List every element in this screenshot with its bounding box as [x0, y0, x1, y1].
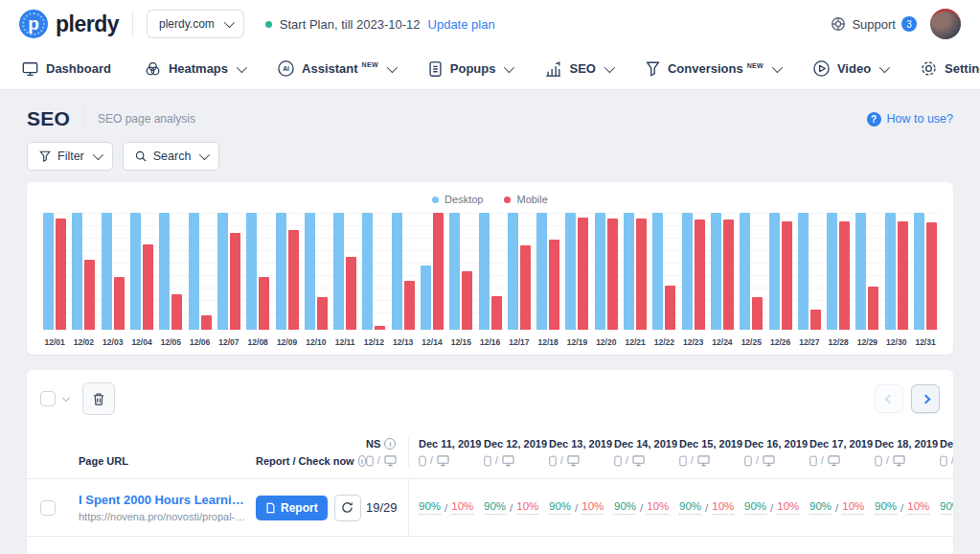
select-all-checkbox[interactable]: [40, 391, 56, 406]
bar-mobile[interactable]: [752, 297, 763, 330]
bar-mobile[interactable]: [288, 230, 299, 330]
bar-mobile[interactable]: [346, 257, 356, 330]
legend-item-mobile[interactable]: Mobile: [504, 194, 547, 205]
desktop-percent[interactable]: 90%: [809, 500, 832, 515]
desktop-percent[interactable]: 90%: [614, 500, 636, 515]
bar-desktop[interactable]: [682, 213, 693, 330]
user-avatar[interactable]: [930, 9, 961, 39]
bar-desktop[interactable]: [362, 213, 373, 330]
bar-mobile[interactable]: [171, 294, 182, 330]
bar-desktop[interactable]: [624, 213, 634, 330]
report-button[interactable]: Report: [256, 496, 328, 520]
bar-desktop[interactable]: [855, 213, 866, 330]
bar-mobile[interactable]: [114, 277, 125, 330]
bar-mobile[interactable]: [404, 281, 415, 330]
nav-item-heatmaps[interactable]: Heatmaps: [144, 60, 244, 78]
bar-mobile[interactable]: [665, 286, 675, 330]
bar-mobile[interactable]: [695, 219, 705, 330]
desktop-percent[interactable]: 90%: [419, 500, 441, 515]
bar-desktop[interactable]: [827, 213, 837, 330]
support-button[interactable]: Support 3: [831, 16, 917, 32]
mobile-percent[interactable]: 10%: [842, 500, 864, 515]
bar-desktop[interactable]: [536, 213, 547, 330]
bar-mobile[interactable]: [723, 219, 734, 330]
info-icon[interactable]: i: [384, 438, 396, 450]
bar-mobile[interactable]: [201, 315, 212, 330]
bar-desktop[interactable]: [130, 213, 141, 330]
desktop-percent[interactable]: 90%: [875, 500, 897, 515]
bar-mobile[interactable]: [84, 260, 95, 330]
bar-mobile[interactable]: [143, 244, 153, 330]
bar-desktop[interactable]: [479, 213, 490, 330]
nav-item-video[interactable]: Video: [812, 59, 887, 78]
bar-desktop[interactable]: [189, 213, 199, 330]
how-to-use-link[interactable]: ? How to use?: [867, 112, 953, 127]
bar-mobile[interactable]: [462, 271, 472, 330]
domain-selector[interactable]: plerdy.com: [147, 10, 244, 38]
bar-mobile[interactable]: [868, 287, 878, 330]
info-icon[interactable]: i: [358, 455, 366, 467]
bar-desktop[interactable]: [421, 265, 431, 330]
nav-item-assistant[interactable]: AI Assistant NEW: [277, 59, 395, 78]
desktop-percent[interactable]: 90%: [549, 500, 571, 515]
bar-desktop[interactable]: [305, 213, 315, 330]
bar-desktop[interactable]: [449, 213, 460, 330]
prev-page-button[interactable]: [875, 384, 903, 413]
legend-item-desktop[interactable]: Desktop: [432, 194, 483, 205]
bar-mobile[interactable]: [607, 219, 618, 330]
nav-item-popups[interactable]: Popups: [427, 60, 513, 78]
nav-item-seo[interactable]: SEO: [544, 60, 611, 78]
search-button[interactable]: Search: [123, 142, 220, 171]
row-checkbox[interactable]: [40, 500, 56, 516]
bar-mobile[interactable]: [491, 296, 502, 330]
refresh-button[interactable]: [334, 495, 361, 521]
bar-desktop[interactable]: [885, 213, 896, 330]
bar-desktop[interactable]: [914, 213, 924, 330]
bar-mobile[interactable]: [230, 233, 240, 330]
desktop-percent[interactable]: 90%: [484, 500, 506, 515]
update-plan-link[interactable]: Update plan: [428, 17, 495, 32]
bar-desktop[interactable]: [565, 213, 576, 330]
mobile-percent[interactable]: 10%: [907, 500, 929, 515]
next-page-button[interactable]: [911, 384, 940, 413]
bar-desktop[interactable]: [392, 213, 402, 330]
bar-mobile[interactable]: [56, 219, 66, 330]
desktop-percent[interactable]: 90%: [679, 500, 701, 515]
mobile-percent[interactable]: 10%: [581, 500, 604, 515]
bar-desktop[interactable]: [159, 213, 170, 330]
mobile-percent[interactable]: 10%: [451, 500, 473, 515]
bar-mobile[interactable]: [520, 245, 531, 330]
bar-mobile[interactable]: [317, 297, 328, 330]
bar-desktop[interactable]: [711, 213, 721, 330]
bar-desktop[interactable]: [43, 213, 54, 330]
bar-mobile[interactable]: [926, 222, 937, 330]
mobile-percent[interactable]: 10%: [516, 500, 538, 515]
select-dropdown-icon[interactable]: [62, 393, 70, 401]
bar-mobile[interactable]: [578, 218, 588, 330]
bar-desktop[interactable]: [72, 213, 82, 330]
filter-button[interactable]: Filter: [27, 142, 113, 171]
bar-desktop[interactable]: [769, 213, 780, 330]
mobile-percent[interactable]: 10%: [712, 500, 734, 515]
bar-desktop[interactable]: [102, 213, 112, 330]
bar-desktop[interactable]: [652, 213, 663, 330]
desktop-percent[interactable]: 90%: [744, 500, 766, 515]
bar-mobile[interactable]: [898, 221, 908, 330]
plerdy-logo[interactable]: p plerdy: [19, 10, 119, 38]
delete-button[interactable]: [82, 382, 115, 415]
bar-desktop[interactable]: [276, 213, 286, 330]
mobile-percent[interactable]: 10%: [647, 500, 669, 515]
bar-mobile[interactable]: [839, 221, 850, 330]
bar-desktop[interactable]: [508, 213, 518, 330]
bar-desktop[interactable]: [333, 213, 344, 330]
mobile-percent[interactable]: 10%: [777, 500, 799, 515]
bar-mobile[interactable]: [782, 221, 792, 330]
bar-desktop[interactable]: [595, 213, 605, 330]
bar-desktop[interactable]: [246, 213, 257, 330]
nav-item-settings[interactable]: Settings: [920, 59, 980, 78]
bar-desktop[interactable]: [798, 213, 809, 330]
nav-item-conversions[interactable]: Conversions NEW: [645, 60, 780, 78]
desktop-percent[interactable]: 90%: [940, 500, 953, 515]
bar-mobile[interactable]: [636, 219, 647, 330]
bar-desktop[interactable]: [217, 213, 228, 330]
